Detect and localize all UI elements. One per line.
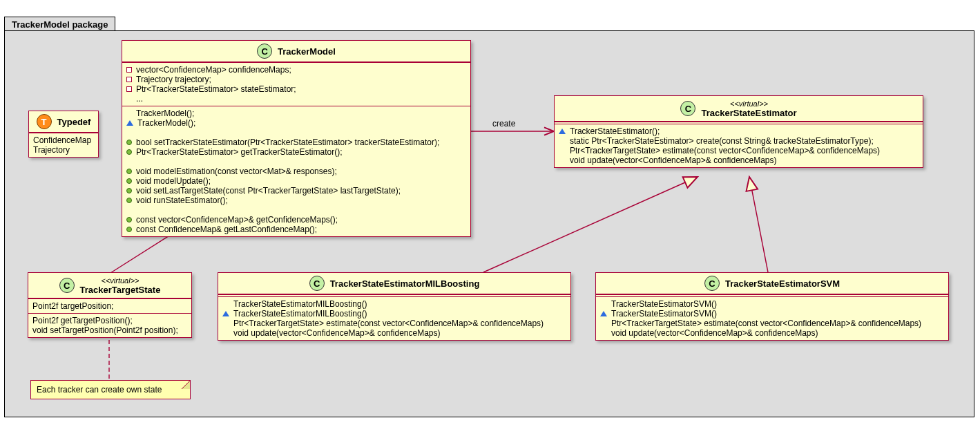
typedef-items: ConfidenceMap Trajectory — [29, 133, 98, 157]
private-icon — [126, 67, 132, 73]
mil-header: C TrackerStateEstimatorMILBoosting — [218, 273, 570, 294]
method: void update(vector<ConfidenceMap>& confi… — [611, 328, 818, 338]
target-state-title: TrackerTargetState — [80, 285, 161, 295]
method: Point2f getTargetPosition(); — [32, 316, 133, 325]
method: void update(vector<ConfidenceMap>& confi… — [233, 328, 441, 338]
public-icon — [126, 149, 132, 155]
public-icon — [126, 227, 132, 232]
mil-title: TrackerStateEstimatorMILBoosting — [330, 278, 480, 289]
note: Each tracker can create own state — [30, 380, 191, 399]
method: static Ptr<TrackerStateEstimator> create… — [570, 136, 874, 146]
method: bool setTrackerStateEstimator(Ptr<Tracke… — [136, 137, 439, 147]
target-state-methods: Point2f getTargetPosition(); void setTar… — [28, 313, 191, 337]
public-icon — [126, 169, 132, 174]
private-icon — [126, 77, 132, 82]
method: void update(vector<ConfidenceMap>& confi… — [570, 155, 777, 165]
svm-header: C TrackerStateEstimatorSVM — [596, 273, 948, 294]
public-icon — [126, 178, 132, 184]
note-text: Each tracker can create own state — [37, 385, 162, 395]
method: void modelUpdate(); — [136, 176, 211, 186]
class-svm: C TrackerStateEstimatorSVM TrackerStateE… — [595, 272, 949, 341]
class-tracker-model: C TrackerModel vector<ConfidenceMap> con… — [122, 40, 471, 237]
label-create: create — [492, 119, 515, 129]
tracker-model-methods: TrackerModel(); TrackerModel(); bool set… — [122, 106, 470, 236]
public-icon — [126, 198, 132, 203]
class-badge-icon: C — [257, 44, 272, 59]
method: void setTargetPosition(Point2f position)… — [32, 325, 178, 335]
typedef-item: ConfidenceMap — [33, 135, 91, 145]
class-badge-icon: C — [309, 276, 325, 291]
field: Point2f targetPosition; — [32, 301, 113, 311]
method: void runStateEstimator(); — [136, 196, 228, 205]
state-estimator-stereo: <<virtual>> — [730, 99, 768, 108]
target-state-stereo: <<virtual>> — [101, 276, 139, 285]
method: const vector<ConfidenceMap>& getConfiden… — [136, 215, 338, 225]
method: Ptr<TrackerTargetState> estimate(const v… — [233, 319, 544, 328]
class-badge-icon: C — [59, 278, 75, 293]
svg-line-2 — [749, 177, 768, 272]
virtual-icon — [222, 311, 229, 316]
target-state-fields: Point2f targetPosition; — [28, 298, 191, 313]
virtual-icon — [559, 129, 566, 134]
private-icon — [126, 86, 132, 92]
field: Ptr<TrackerStateEstimator> stateEstimato… — [136, 84, 296, 94]
method: TrackerStateEstimatorSVM() — [611, 299, 717, 309]
svg-line-1 — [483, 177, 698, 272]
class-badge-icon: C — [704, 276, 720, 291]
tracker-model-header: C TrackerModel — [122, 41, 470, 62]
typedef-badge-icon: T — [37, 114, 52, 129]
class-badge-icon: C — [680, 101, 695, 116]
method: TrackerStateEstimatorMILBoosting() — [233, 299, 367, 309]
field: vector<ConfidenceMap> confidenceMaps; — [136, 65, 291, 75]
method: TrackerModel(); — [137, 118, 195, 128]
method: void modelEstimation(const vector<Mat>& … — [136, 167, 337, 176]
state-estimator-title: TrackerStateEstimator — [701, 108, 796, 118]
virtual-icon — [600, 311, 607, 316]
tracker-model-fields: vector<ConfidenceMap> confidenceMaps; Tr… — [122, 62, 470, 106]
svm-methods: TrackerStateEstimatorSVM() TrackerStateE… — [596, 296, 948, 340]
method: Ptr<TrackerTargetState> estimate(const v… — [611, 319, 921, 328]
public-icon — [126, 217, 132, 222]
target-state-header: C <<virtual>> TrackerTargetState — [28, 273, 191, 298]
typedef-header: T Typedef — [29, 111, 98, 133]
tracker-model-title: TrackerModel — [278, 46, 336, 57]
class-state-estimator: C <<virtual>> TrackerStateEstimator Trac… — [554, 95, 923, 168]
method: TrackerStateEstimatorSVM() — [611, 309, 717, 319]
method: const ConfidenceMap& getLastConfidenceMa… — [136, 225, 317, 234]
mil-methods: TrackerStateEstimatorMILBoosting() Track… — [218, 296, 570, 340]
class-typedef: T Typedef ConfidenceMap Trajectory — [28, 111, 99, 158]
method: void setLastTargetState(const Ptr<Tracke… — [136, 186, 401, 196]
public-icon — [126, 188, 132, 193]
method: Ptr<TrackerStateEstimator> getTrackerSta… — [136, 147, 343, 157]
method: TrackerStateEstimator(); — [570, 126, 660, 136]
typedef-title: Typedef — [57, 117, 91, 127]
method: TrackerStateEstimatorMILBoosting() — [233, 309, 367, 319]
field: Trajectory trajectory; — [136, 75, 211, 84]
method: TrackerModel(); — [136, 108, 194, 118]
method: Ptr<TrackerTargetState> estimate(const v… — [570, 146, 880, 155]
public-icon — [126, 140, 132, 145]
virtual-icon — [126, 120, 133, 126]
field: ... — [136, 94, 143, 104]
svm-title: TrackerStateEstimatorSVM — [725, 278, 840, 289]
state-estimator-methods: TrackerStateEstimator(); static Ptr<Trac… — [555, 124, 923, 167]
state-estimator-header: C <<virtual>> TrackerStateEstimator — [555, 96, 923, 122]
class-target-state: C <<virtual>> TrackerTargetState Point2f… — [28, 272, 192, 338]
class-mil-boosting: C TrackerStateEstimatorMILBoosting Track… — [218, 272, 571, 341]
typedef-item: Trajectory — [33, 145, 70, 155]
